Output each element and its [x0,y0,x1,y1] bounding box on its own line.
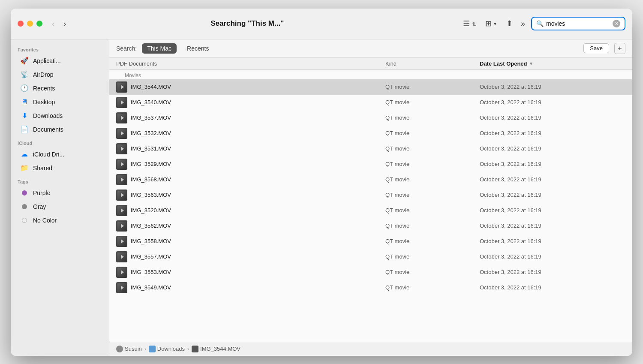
group-label: Movies [109,70,632,79]
file-kind: QT movie [385,114,480,121]
file-name: IMG_3549.MOV [131,284,171,291]
column-header-date[interactable]: Date Last Opened ▾ [480,60,625,67]
breadcrumb-sep-2: › [187,346,189,352]
file-date: October 3, 2022 at 16:19 [480,223,625,229]
file-name-cell: IMG_3549.MOV [116,282,385,293]
add-criteria-button[interactable]: + [614,43,625,54]
file-name: IMG_3562.MOV [131,223,171,229]
sidebar-item-purple-label: Purple [33,190,50,196]
sidebar-item-desktop[interactable]: 🖥 Desktop [13,96,106,108]
file-icon [116,112,127,123]
file-name-cell: IMG_3531.MOV [116,143,385,154]
file-kind: QT movie [385,99,480,105]
titlebar: ‹ › Searching "This M..." ☰ ⇅ ⊞ ▼ ⬆ » 🔍 … [11,9,632,39]
file-kind: QT movie [385,130,480,136]
sidebar-item-documents[interactable]: 📄 Documents [13,123,106,136]
file-name: IMG_3544.MOV [131,84,171,90]
breadcrumb-downloads[interactable]: Downloads [149,346,185,352]
search-box: 🔍 ✕ [531,17,625,30]
table-row[interactable]: IMG_3544.MOV QT movie October 3, 2022 at… [109,79,632,95]
scope-this-mac-button[interactable]: This Mac [142,43,177,54]
file-name: IMG_3532.MOV [131,130,171,136]
sidebar-item-gray-label: Gray [33,203,46,210]
sidebar-item-airdrop-label: AirDrop [33,71,53,78]
file-kind: QT movie [385,192,480,198]
file-icon [116,205,127,216]
table-header: PDF Documents Kind Date Last Opened ▾ [109,58,632,70]
file-name-cell: IMG_3537.MOV [116,112,385,123]
file-list: Movies IMG_3544.MOV QT movie October 3, … [109,70,632,342]
file-name-cell: IMG_3532.MOV [116,128,385,139]
table-row[interactable]: IMG_3553.MOV QT movie October 3, 2022 at… [109,265,632,280]
table-row[interactable]: IMG_3549.MOV QT movie October 3, 2022 at… [109,280,632,295]
table-row[interactable]: IMG_3531.MOV QT movie October 3, 2022 at… [109,141,632,156]
table-row[interactable]: IMG_3532.MOV QT movie October 3, 2022 at… [109,126,632,141]
file-icon [116,251,127,262]
breadcrumb-sep-1: › [144,346,146,352]
sidebar-item-no-color-label: No Color [33,217,57,224]
file-name: IMG_3529.MOV [131,161,171,167]
table-row[interactable]: IMG_3558.MOV QT movie October 3, 2022 at… [109,234,632,249]
sidebar-item-recents[interactable]: 🕐 Recents [13,82,106,95]
file-name-cell: IMG_3540.MOV [116,97,385,108]
file-name: IMG_3558.MOV [131,238,171,244]
shared-icon: 📁 [20,164,29,172]
no-color-tag-icon [20,216,29,225]
share-button[interactable]: ⬆ [503,17,516,30]
more-button[interactable]: » [518,18,528,30]
sidebar-item-no-color[interactable]: No Color [13,214,106,227]
search-scope-bar: Search: This Mac Recents Save + [109,39,632,58]
sidebar-item-recents-label: Recents [33,85,55,92]
file-date: October 3, 2022 at 16:19 [480,253,625,260]
sidebar-item-purple[interactable]: Purple [13,187,106,199]
sidebar-item-airdrop[interactable]: 📡 AirDrop [13,68,106,81]
table-row[interactable]: IMG_3529.MOV QT movie October 3, 2022 at… [109,156,632,172]
table-row[interactable]: IMG_3520.MOV QT movie October 3, 2022 at… [109,203,632,218]
file-date: October 3, 2022 at 16:19 [480,238,625,244]
gray-tag-icon [20,202,29,211]
search-clear-button[interactable]: ✕ [613,20,620,27]
more-icon: » [521,19,525,28]
scope-recents-button[interactable]: Recents [182,43,214,54]
save-button[interactable]: Save [583,43,609,53]
sidebar-item-desktop-label: Desktop [33,99,55,105]
table-row[interactable]: IMG_3562.MOV QT movie October 3, 2022 at… [109,218,632,234]
table-row[interactable]: IMG_3563.MOV QT movie October 3, 2022 at… [109,187,632,203]
table-row[interactable]: IMG_3540.MOV QT movie October 3, 2022 at… [109,95,632,110]
sidebar-item-applications[interactable]: 🚀 Applicati... [13,54,106,67]
breadcrumb-file[interactable]: IMG_3544.MOV [192,346,240,352]
minimize-button[interactable] [27,21,33,27]
breadcrumb-downloads-label: Downloads [157,346,185,352]
table-row[interactable]: IMG_3557.MOV QT movie October 3, 2022 at… [109,249,632,265]
sidebar-item-shared[interactable]: 📁 Shared [13,162,106,174]
tags-section-label: Tags [11,175,109,186]
sidebar-item-gray[interactable]: Gray [13,200,106,213]
grid-view-button[interactable]: ⊞ ▼ [482,17,501,30]
file-kind: QT movie [385,269,480,275]
breadcrumb-user[interactable]: Susuin [116,346,142,352]
icloud-drive-icon: ☁ [20,150,29,159]
table-row[interactable]: IMG_3537.MOV QT movie October 3, 2022 at… [109,110,632,126]
file-date: October 3, 2022 at 16:19 [480,192,625,198]
close-button[interactable] [18,21,24,27]
table-row[interactable]: IMG_3568.MOV QT movie October 3, 2022 at… [109,172,632,187]
toolbar-actions: ☰ ⇅ ⊞ ▼ ⬆ » [460,17,528,30]
file-name-cell: IMG_3562.MOV [116,220,385,232]
list-view-button[interactable]: ☰ ⇅ [460,17,479,30]
search-input[interactable] [546,20,610,27]
file-name: IMG_3563.MOV [131,192,171,198]
column-header-kind[interactable]: Kind [385,60,480,67]
column-header-name[interactable]: PDF Documents [116,60,385,67]
sidebar-item-downloads[interactable]: ⬇ Downloads [13,109,106,122]
file-icon [116,81,127,93]
breadcrumb-user-label: Susuin [125,346,142,352]
sidebar: Favorites 🚀 Applicati... 📡 AirDrop 🕐 Rec… [11,39,109,356]
sidebar-item-icloud-drive[interactable]: ☁ iCloud Dri... [13,148,106,161]
favorites-section-label: Favorites [11,43,109,54]
file-name-cell: IMG_3558.MOV [116,236,385,247]
file-icon [116,282,127,293]
file-date: October 3, 2022 at 16:19 [480,145,625,152]
file-name-cell: IMG_3553.MOV [116,267,385,278]
icloud-section-label: iCloud [11,136,109,147]
user-folder-icon [116,346,123,352]
